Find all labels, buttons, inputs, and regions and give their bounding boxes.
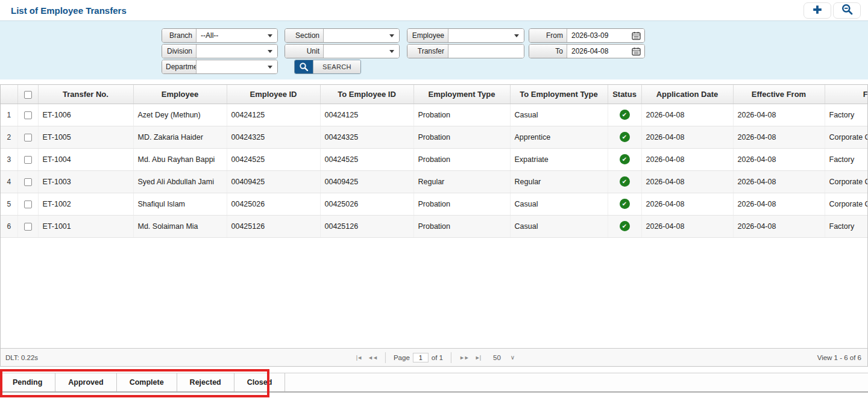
- table-row[interactable]: 2ET-1005MD. Zakaria Haider00424325004243…: [1, 126, 867, 148]
- cell-transfer-no: ET-1006: [38, 104, 133, 126]
- filter-to-date: To 2026-04-08: [529, 44, 645, 58]
- cell-to-employee-id: 00425126: [320, 215, 414, 237]
- last-page-icon[interactable]: ►|: [475, 355, 480, 361]
- department-select[interactable]: [197, 60, 277, 73]
- branch-select[interactable]: --All--: [197, 29, 277, 42]
- header-employee-id[interactable]: Employee ID: [227, 85, 320, 104]
- cell-employee: Md. Solaiman Mia: [133, 215, 227, 237]
- chevron-down-icon: ∨: [511, 354, 515, 361]
- table-row[interactable]: 1ET-1006Azet Dey (Methun)004241250042412…: [1, 104, 867, 126]
- first-page-icon[interactable]: |◄: [356, 355, 362, 361]
- cell-application-date: 2026-04-08: [641, 126, 733, 148]
- division-select[interactable]: [197, 45, 277, 58]
- header-to-employment-type[interactable]: To Employment Type: [510, 85, 608, 104]
- view-range-text: View 1 - 6 of 6: [817, 354, 867, 361]
- cell-to-employment-type: Regular: [510, 170, 608, 193]
- cell-effective-from: 2026-04-08: [733, 215, 825, 237]
- header-transfer-no[interactable]: Transfer No.: [38, 85, 133, 104]
- tab-complete[interactable]: Complete: [117, 373, 177, 391]
- to-date-input[interactable]: 2026-04-08: [567, 45, 644, 58]
- row-select-cell: [17, 126, 38, 148]
- header-to-employee-id[interactable]: To Employee ID: [320, 85, 414, 104]
- filter-employee-label: Employee: [407, 29, 448, 42]
- calendar-icon[interactable]: [632, 31, 641, 42]
- row-select-cell: [17, 148, 38, 170]
- header-employee[interactable]: Employee: [133, 85, 227, 104]
- cell-status: ✔: [608, 148, 641, 170]
- row-number: 1: [1, 104, 17, 126]
- filter-department-label: Department: [162, 60, 197, 73]
- transfer-text-input[interactable]: [448, 45, 524, 58]
- prev-page-icon[interactable]: ◄◄: [368, 355, 377, 361]
- row-number: 4: [1, 170, 17, 193]
- header-employment-type[interactable]: Employment Type: [414, 85, 510, 104]
- cell-from: Corporate Office: [825, 170, 867, 193]
- pager-divider: [385, 352, 386, 363]
- status-approved-icon: ✔: [620, 132, 630, 142]
- unit-select[interactable]: [324, 45, 399, 58]
- from-date-input[interactable]: 2026-03-09: [567, 29, 644, 42]
- header-application-date[interactable]: Application Date: [641, 85, 733, 104]
- cell-status: ✔: [608, 126, 641, 148]
- pagination-controls: |◄ ◄◄ Page of 1 ►► ►| 50 ∨: [353, 352, 515, 363]
- toggle-search-button[interactable]: [833, 2, 861, 19]
- dropdown-arrow-icon: [514, 34, 519, 37]
- table-row[interactable]: 5ET-1002Shafiqul Islam0042502600425026Pr…: [1, 193, 867, 215]
- next-page-icon[interactable]: ►►: [459, 355, 469, 361]
- calendar-icon[interactable]: [632, 47, 641, 58]
- dropdown-arrow-icon: [268, 66, 272, 69]
- cell-employment-type: Probation: [414, 193, 510, 215]
- cell-effective-from: 2026-04-08: [733, 148, 825, 170]
- header-status[interactable]: Status: [608, 85, 641, 104]
- table-row[interactable]: 3ET-1004Md. Abu Rayhan Bappi004245250042…: [1, 148, 867, 170]
- tab-closed[interactable]: Closed: [234, 373, 286, 391]
- page-number-input[interactable]: [413, 353, 429, 362]
- employee-select[interactable]: [448, 29, 524, 42]
- cell-employee-id: 00424525: [227, 148, 320, 170]
- filter-transfer-label: Transfer: [407, 45, 448, 58]
- cell-status: ✔: [608, 215, 641, 237]
- status-approved-icon: ✔: [620, 221, 630, 231]
- grid-pager: DLT: 0.22s |◄ ◄◄ Page of 1 ►► ►| 50 ∨ Vi…: [1, 348, 867, 366]
- transfers-grid: Transfer No. Employee Employee ID To Emp…: [0, 84, 868, 367]
- section-select[interactable]: [324, 29, 399, 42]
- page-size-select[interactable]: 50 ∨: [493, 354, 515, 361]
- to-date-value: 2026-04-08: [571, 47, 608, 55]
- row-checkbox[interactable]: [24, 156, 32, 164]
- status-approved-icon: ✔: [620, 176, 630, 187]
- title-bar: List of Employee Transfers: [0, 0, 868, 20]
- filter-unit-label: Unit: [285, 45, 324, 58]
- tab-pending[interactable]: Pending: [0, 373, 55, 391]
- add-record-button[interactable]: [804, 2, 831, 19]
- cell-from: Factory: [825, 104, 867, 126]
- table-row[interactable]: 6ET-1001Md. Solaiman Mia0042512600425126…: [1, 215, 867, 237]
- row-checkbox[interactable]: [24, 178, 32, 186]
- search-button[interactable]: SEARCH: [294, 60, 361, 74]
- header-effective-from[interactable]: Effective From: [733, 85, 825, 104]
- row-number: 3: [1, 148, 17, 170]
- cell-employment-type: Probation: [414, 104, 510, 126]
- row-checkbox[interactable]: [24, 134, 32, 141]
- status-approved-icon: ✔: [620, 199, 630, 209]
- cell-application-date: 2026-04-08: [641, 215, 733, 237]
- cell-to-employee-id: 00409425: [320, 170, 414, 193]
- tab-rejected[interactable]: Rejected: [177, 373, 234, 391]
- row-checkbox[interactable]: [24, 201, 32, 208]
- filter-row-3: Department SEARCH: [0, 60, 868, 74]
- status-approved-icon: ✔: [620, 154, 630, 164]
- tab-approved[interactable]: Approved: [55, 373, 116, 391]
- header-row-number: [1, 85, 17, 104]
- cell-to-employee-id: 00424325: [320, 126, 414, 148]
- row-checkbox[interactable]: [24, 111, 32, 119]
- cell-effective-from: 2026-04-08: [733, 104, 825, 126]
- table-row[interactable]: 4ET-1003Syed Ali Abdullah Jami0040942500…: [1, 170, 867, 193]
- plus-icon: [812, 4, 823, 17]
- row-checkbox[interactable]: [24, 223, 32, 231]
- select-all-checkbox[interactable]: [24, 91, 32, 99]
- dlt-status: DLT: 0.22s: [1, 354, 38, 361]
- filter-to-label: To: [529, 45, 567, 58]
- header-from[interactable]: From: [825, 85, 867, 104]
- cell-employment-type: Probation: [414, 126, 510, 148]
- pager-divider: [451, 352, 451, 363]
- row-number: 2: [1, 126, 17, 148]
